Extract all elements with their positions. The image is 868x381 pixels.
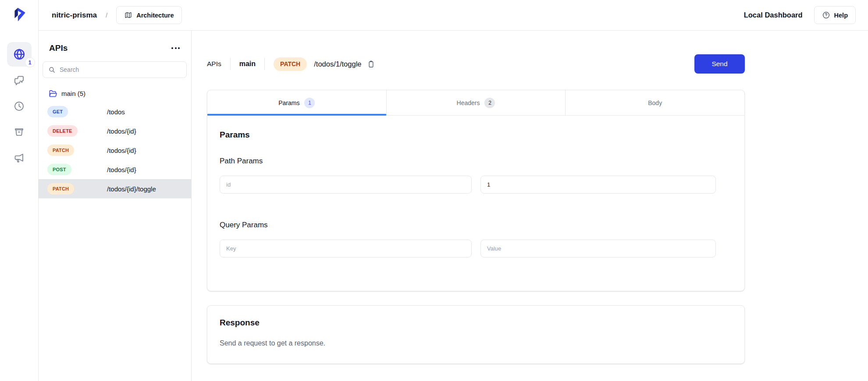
response-title: Response (220, 306, 732, 328)
params-title: Params (220, 116, 716, 140)
chat-bubbles-icon (13, 74, 25, 86)
endpoint-path: /todos/{id} (107, 147, 136, 154)
app-root: 1 (0, 0, 868, 381)
method-badge: GET (47, 106, 68, 117)
response-card: Response Send a request to get a respons… (207, 305, 745, 364)
sidebar-item-storage[interactable] (13, 125, 26, 138)
nitric-logo-icon[interactable] (11, 6, 28, 23)
clock-icon (13, 100, 25, 112)
endpoint-row[interactable]: PATCH /todos/{id} (39, 141, 191, 160)
body-row: APIs main (5) (39, 31, 868, 381)
breadcrumb-root: APIs (207, 60, 221, 68)
params-panel: Params Path Params Query Params (207, 116, 744, 291)
sidebar-item-schedules[interactable] (13, 99, 26, 113)
tab-headers[interactable]: Headers 2 (386, 90, 566, 115)
path-params-title: Path Params (220, 157, 716, 166)
search-input[interactable] (60, 66, 181, 73)
method-badge: POST (47, 164, 71, 175)
response-empty-message: Send a request to get a response. (220, 339, 732, 347)
right-column: nitric-prisma / Architecture Local Dashb… (39, 0, 868, 381)
folder-label: main (5) (61, 90, 85, 97)
breadcrumb-api: main (239, 60, 256, 68)
query-params-row (220, 240, 716, 258)
archive-box-icon (13, 126, 25, 138)
endpoint-row[interactable]: GET /todos (39, 102, 191, 121)
breadcrumb-method-badge: PATCH (274, 57, 307, 71)
endpoint-path: /todos (107, 108, 125, 116)
method-badge: DELETE (47, 125, 78, 137)
breadcrumb-path: /todos/1/toggle (314, 60, 361, 68)
folder-main[interactable]: main (5) (39, 85, 191, 102)
endpoint-row-selected[interactable]: PATCH /todos/{id}/toggle (39, 179, 191, 198)
copy-path-button[interactable] (367, 59, 377, 69)
nav-rail: 1 (0, 0, 39, 381)
request-bar: APIs main PATCH /todos/1/toggle (207, 54, 745, 74)
endpoint-row[interactable]: DELETE /todos/{id} (39, 121, 191, 141)
path-params-row (220, 176, 716, 194)
breadcrumb-divider (230, 58, 231, 70)
sidebar-item-websockets[interactable] (13, 74, 26, 87)
request-tabs: Params 1 Headers 2 Body (207, 90, 744, 116)
top-bar: nitric-prisma / Architecture Local Dashb… (39, 0, 868, 31)
apis-panel-header: APIs (39, 31, 191, 53)
megaphone-icon (13, 152, 25, 164)
folder-open-icon (48, 89, 57, 98)
clipboard-icon (367, 60, 375, 68)
sidebar-item-apis[interactable]: 1 (7, 42, 32, 67)
endpoint-path: /todos/{id} (107, 127, 136, 135)
request-card: Params 1 Headers 2 Body (207, 90, 745, 291)
apis-panel-title: APIs (49, 43, 68, 53)
tab-headers-count-badge: 2 (484, 98, 495, 108)
endpoint-row[interactable]: POST /todos/{id} (39, 160, 191, 179)
help-button-label: Help (834, 12, 848, 19)
sidebar-item-topics[interactable] (13, 151, 26, 164)
tab-body-label: Body (648, 99, 662, 106)
project-name: nitric-prisma (52, 11, 97, 20)
method-badge: PATCH (47, 183, 74, 194)
path-param-value-field[interactable] (480, 176, 716, 194)
breadcrumb-separator: / (106, 11, 107, 19)
tab-params-count-badge: 1 (304, 98, 315, 108)
apis-count-badge: 1 (25, 57, 35, 67)
architecture-button[interactable]: Architecture (116, 6, 181, 24)
query-param-value-field[interactable] (480, 240, 716, 258)
help-circle-icon (822, 11, 830, 19)
endpoint-path: /todos/{id} (107, 166, 136, 173)
help-button[interactable]: Help (814, 6, 856, 24)
tab-body[interactable]: Body (565, 90, 744, 115)
architecture-button-label: Architecture (136, 12, 174, 19)
map-icon (124, 11, 132, 19)
globe-icon (13, 48, 26, 61)
main-content: APIs main PATCH /todos/1/toggle (192, 31, 868, 381)
endpoint-path: /todos/{id}/toggle (107, 185, 156, 193)
query-params-title: Query Params (220, 221, 716, 229)
topbar-right: Local Dashboard Help (744, 6, 856, 24)
breadcrumb: APIs main PATCH /todos/1/toggle (207, 57, 377, 71)
query-param-key-field[interactable] (220, 240, 472, 258)
tab-params[interactable]: Params 1 (207, 90, 386, 115)
send-button[interactable]: Send (694, 54, 745, 74)
local-dashboard-label: Local Dashboard (744, 11, 803, 19)
breadcrumb-divider (264, 58, 265, 70)
search-box (43, 61, 187, 78)
endpoint-tree: main (5) GET /todos DELETE /todos/{id} P… (39, 85, 191, 198)
tab-headers-label: Headers (457, 99, 480, 106)
panel-menu-button[interactable] (171, 45, 181, 52)
tab-params-label: Params (278, 99, 299, 106)
method-badge: PATCH (47, 145, 74, 156)
path-param-key-field[interactable] (220, 176, 472, 194)
search-icon (48, 66, 56, 74)
apis-panel: APIs main (5) (39, 31, 192, 381)
